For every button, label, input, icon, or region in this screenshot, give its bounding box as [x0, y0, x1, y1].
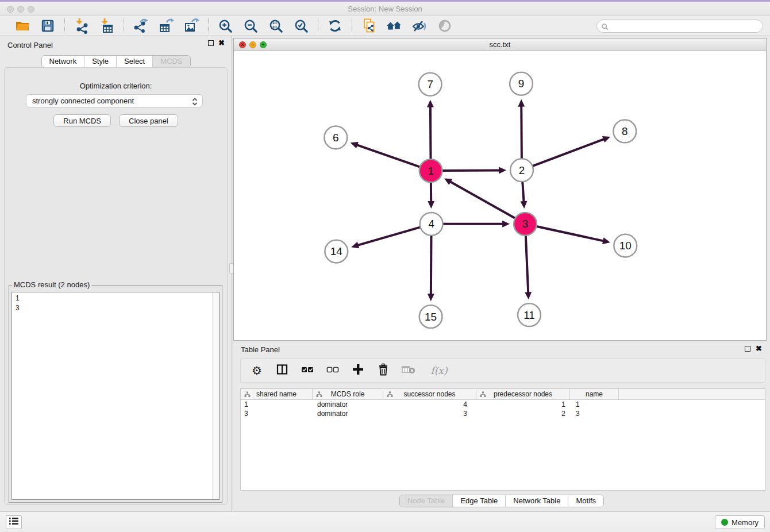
plus-icon: [352, 363, 364, 378]
network-window-titlebar[interactable]: ✕ − + scc.txt: [234, 38, 766, 51]
float-table-panel-icon[interactable]: [745, 346, 750, 352]
delete-table-button[interactable]: [402, 364, 415, 377]
app-titlebar: Session: New Session: [0, 2, 770, 16]
network-graph[interactable]: 7968124314101511: [234, 51, 766, 340]
table-cell[interactable]: 3: [241, 409, 313, 418]
result-scrollbar[interactable]: [212, 292, 219, 499]
graph-edge-arrowhead: [427, 100, 434, 107]
table-panel-tabs: Node TableEdge TableNetwork TableMotifs: [399, 495, 604, 507]
mcds-result-title: MCDS result (2 nodes): [12, 280, 91, 289]
table-row[interactable]: 1dominator411: [241, 400, 765, 409]
duplicate-network-icon: [361, 18, 377, 34]
graph-edge-2-8[interactable]: [522, 139, 605, 170]
eye-disabled-icon: [437, 18, 453, 34]
deselect-all-icon: [326, 363, 340, 378]
mcds-result-box[interactable]: 1 3: [11, 292, 220, 500]
table-cell[interactable]: 3: [383, 409, 476, 418]
table-cell[interactable]: dominator: [313, 409, 383, 418]
graph-edge-arrowhead: [602, 136, 610, 142]
table-settings-button[interactable]: ⚙: [250, 364, 264, 377]
app-title: Session: New Session: [0, 5, 770, 13]
zoom-out-button[interactable]: [242, 17, 259, 34]
export-table-icon: [158, 18, 174, 34]
import-network-icon: [74, 18, 90, 34]
add-row-button[interactable]: [351, 364, 365, 377]
graph-edge-arrowhead: [428, 201, 434, 209]
open-folder-icon: [14, 18, 30, 34]
close-panel-icon[interactable]: ✖: [218, 40, 225, 46]
column-header-name[interactable]: name: [570, 389, 619, 399]
zoom-selected-icon: [294, 18, 309, 34]
table-cell[interactable]: 3: [570, 409, 619, 418]
table-cell[interactable]: 1: [476, 400, 570, 409]
status-bar: Memory: [0, 511, 770, 532]
save-session-button[interactable]: [39, 17, 56, 34]
home-button[interactable]: [386, 17, 403, 34]
tab-motifs[interactable]: Motifs: [568, 495, 603, 507]
graph-edge-arrowhead: [520, 201, 527, 209]
close-table-panel-icon[interactable]: ✖: [756, 346, 762, 352]
show-disabled-button[interactable]: [436, 17, 453, 34]
graph-edge-arrowhead: [499, 167, 506, 174]
table-cell[interactable]: 1: [241, 400, 313, 409]
graph-node-label: 2: [519, 164, 525, 176]
graph-node-label: 11: [523, 309, 535, 321]
table-cell[interactable]: dominator: [313, 400, 383, 409]
node-table[interactable]: shared nameMCDS rolesuccessor nodesprede…: [240, 388, 765, 491]
tab-network-table[interactable]: Network Table: [505, 495, 568, 507]
table-row[interactable]: 3dominator323: [241, 409, 765, 418]
function-builder-button[interactable]: f(x): [427, 364, 451, 377]
tab-select[interactable]: Select: [116, 56, 152, 67]
tab-mcds[interactable]: MCDS: [152, 56, 190, 67]
float-panel-icon[interactable]: [208, 40, 214, 46]
column-header-shared-name[interactable]: shared name: [241, 389, 313, 399]
column-header-successor-nodes[interactable]: successor nodes: [383, 389, 476, 399]
column-header-predecessor-nodes[interactable]: predecessor nodes: [476, 389, 570, 399]
control-panel-header: Control Panel ✖: [0, 36, 232, 53]
table-cell[interactable]: 2: [476, 409, 570, 418]
optimization-criterion-select[interactable]: strongly connected component: [26, 94, 203, 107]
duplicate-network-button[interactable]: [360, 17, 378, 34]
graph-edge-arrowhead: [502, 221, 510, 228]
tab-node-table[interactable]: Node Table: [400, 495, 453, 507]
task-history-button[interactable]: [6, 515, 22, 529]
run-mcds-button[interactable]: Run MCDS: [53, 114, 111, 127]
trash-icon: [377, 363, 390, 378]
tab-network[interactable]: Network: [41, 56, 84, 67]
table-cell[interactable]: 4: [383, 400, 476, 409]
tab-style[interactable]: Style: [84, 56, 116, 67]
search-input[interactable]: [596, 20, 763, 33]
graph-edge-arrowhead: [351, 142, 359, 148]
import-table-icon: [99, 18, 115, 34]
tab-edge-table[interactable]: Edge Table: [452, 495, 505, 507]
table-panel-title: Table Panel: [241, 345, 280, 354]
open-session-button[interactable]: [14, 17, 31, 34]
graph-edge-3-1[interactable]: [450, 182, 525, 224]
optimization-criterion-label: Optimization criterion:: [5, 82, 227, 90]
zoom-out-icon: [243, 18, 259, 34]
export-network-button[interactable]: [132, 17, 149, 34]
select-all-button[interactable]: [301, 364, 314, 377]
close-panel-button[interactable]: Close panel: [119, 114, 178, 127]
zoom-selected-button[interactable]: [292, 17, 310, 34]
columns-icon: [276, 363, 288, 378]
control-panel-tabs: NetworkStyleSelectMCDS: [41, 55, 190, 68]
zoom-fit-button[interactable]: [267, 17, 284, 34]
export-image-button[interactable]: [183, 17, 200, 34]
table-cell[interactable]: 1: [570, 400, 619, 409]
network-canvas[interactable]: 7968124314101511: [234, 51, 766, 340]
eye-slash-icon: [411, 18, 428, 34]
toggle-columns-button[interactable]: [275, 364, 289, 377]
delete-row-button[interactable]: [376, 364, 390, 377]
table-panel: Table Panel ✖ ⚙ f(x) shared nameMCDS rol…: [233, 342, 770, 511]
refresh-layout-button[interactable]: [326, 17, 344, 34]
column-header-MCDS-role[interactable]: MCDS role: [313, 389, 383, 399]
import-network-button[interactable]: [73, 17, 90, 34]
import-table-button[interactable]: [98, 17, 116, 34]
memory-button[interactable]: Memory: [715, 515, 765, 529]
export-table-button[interactable]: [157, 17, 175, 34]
hide-selected-button[interactable]: [411, 17, 428, 34]
zoom-in-button[interactable]: [217, 17, 234, 34]
memory-status-icon: [721, 519, 728, 526]
deselect-all-button[interactable]: [326, 364, 340, 377]
